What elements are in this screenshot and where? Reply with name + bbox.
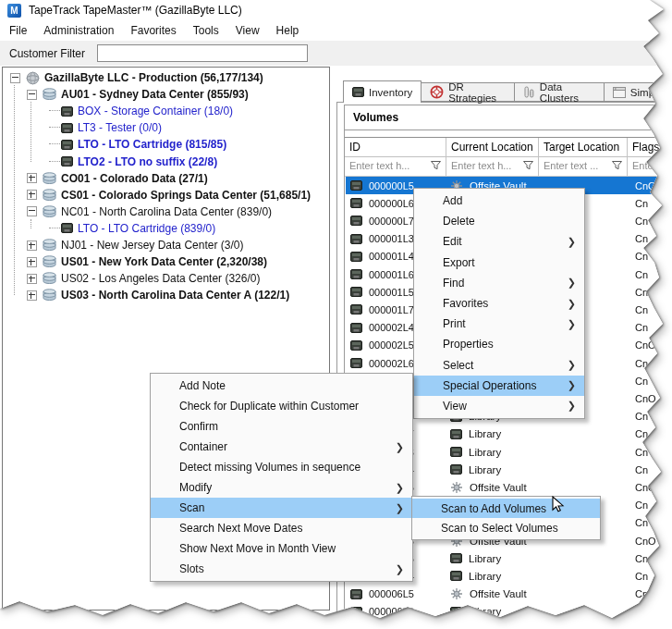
filter-cell-flags[interactable]: Enter text h...	[628, 155, 672, 176]
menubar-item-tools[interactable]: Tools	[185, 24, 227, 37]
menu-item-view[interactable]: View ❯	[414, 396, 584, 416]
volume-location-cell: Library	[446, 552, 539, 564]
menu-item-container[interactable]: Container ❯	[151, 437, 412, 457]
menubar-item-help[interactable]: Help	[268, 24, 308, 37]
menubar-item-administration[interactable]: Administration	[35, 24, 122, 37]
filter-funnel-button[interactable]	[522, 159, 535, 172]
menu-item-special-operations[interactable]: Special Operations ❯	[414, 376, 584, 396]
volume-row[interactable]: 000006L6 Library Cn	[346, 603, 672, 621]
volume-flags: Cn	[628, 233, 648, 244]
menu-item-show-next-move-in-month-view[interactable]: Show Next Move in Month View	[151, 538, 412, 559]
menubar-item-favorites[interactable]: Favorites	[122, 24, 184, 37]
menu-item-scan[interactable]: Scan ❯	[151, 498, 412, 518]
tab-dr-strategies[interactable]: DR Strategies	[421, 82, 515, 102]
filter-funnel-button[interactable]	[611, 159, 624, 172]
menu-item-search-next-move-dates[interactable]: Search Next Move Dates	[151, 518, 412, 538]
filter-cell-current-location[interactable]: Enter text h...	[446, 155, 539, 176]
mouse-cursor-icon	[549, 496, 566, 512]
tree-item-nc01[interactable]: NC01 - North Carolina Data Center (839/0…	[6, 204, 328, 220]
tab-label: Inventory	[369, 87, 412, 98]
tree-item-nj01[interactable]: NJ01 - New Jersey Data Center (3/0)	[6, 237, 328, 253]
volume-flags: Cn	[628, 606, 648, 617]
menubar-item-view[interactable]: View	[227, 24, 268, 37]
tree-item-lt3[interactable]: LT3 - Tester (0/0)	[6, 119, 328, 136]
menu-item-export[interactable]: Export	[414, 253, 584, 273]
tree-expander-plus-icon[interactable]	[27, 274, 37, 284]
menu-item-favorites[interactable]: Favorites ❯	[414, 293, 584, 314]
volume-row[interactable]: 000006L5 Offsite Vault CnO	[346, 586, 672, 603]
tree-item-us02[interactable]: US02 - Los Angeles Data Center (326/0)	[6, 270, 328, 287]
tab-inventory[interactable]: Inventory	[343, 80, 422, 103]
tree-item-us01[interactable]: US01 - New York Data Center (2,320/38)	[6, 253, 328, 270]
menu-item-select[interactable]: Select ❯	[414, 355, 584, 376]
grid-filter-row: Enter text h... Enter text h... Enter te…	[345, 155, 672, 177]
app-window: M TapeTrack TapeMaster™ (GazillaByte LLC…	[0, 0, 672, 629]
menu-item-check-for-duplicate-within-customer[interactable]: Check for Duplicate within Customer	[151, 396, 412, 416]
tape-cartridge-icon	[350, 268, 362, 280]
tree-expander-plus-icon[interactable]	[27, 173, 37, 183]
tree-item-gazillabyte[interactable]: GazillaByte LLC - Production (56,177/134…	[6, 69, 328, 86]
tree-item-lto2[interactable]: LTO2 - LTO no suffix (22/8)	[6, 154, 328, 170]
filter-cell-target-location[interactable]: Enter text ...	[539, 155, 628, 176]
tree-item-label: LTO - LTO Cartridge (839/0)	[78, 222, 215, 235]
menu-item-detect-missing-volumes-in-sequence[interactable]: Detect missing Volumes in sequence	[151, 457, 412, 477]
filter-funnel-button[interactable]	[430, 159, 443, 172]
menu-item-confirm[interactable]: Confirm	[151, 416, 412, 437]
menu-item-label: Add	[443, 194, 462, 207]
column-header-current-location[interactable]: Current Location	[446, 138, 539, 156]
tree-item-au01[interactable]: AU01 - Sydney Data Center (855/93)	[6, 86, 328, 103]
customer-filter-input[interactable]	[97, 44, 308, 62]
menu-item-find[interactable]: Find ❯	[414, 273, 584, 293]
volume-flags: Cn	[628, 571, 648, 582]
menu-item-scan-to-add-volumes[interactable]: Scan to Add Volumes	[412, 499, 600, 518]
column-header-flags[interactable]: Flags	[628, 138, 672, 156]
tree-expander-plus-icon[interactable]	[27, 190, 37, 200]
tree-expander-plus-icon[interactable]	[27, 290, 37, 301]
menu-item-modify[interactable]: Modify ❯	[151, 477, 412, 498]
tree-expander-plus-icon[interactable]	[27, 240, 37, 251]
customer-filter-label: Customer Filter	[9, 47, 85, 60]
menu-item-properties[interactable]: Properties	[414, 334, 584, 354]
menubar-item-file[interactable]: File	[1, 24, 35, 37]
menu-item-add-note[interactable]: Add Note	[151, 376, 412, 396]
tree-item-cs01[interactable]: CS01 - Colorado Springs Data Center (51,…	[6, 187, 328, 204]
tape-cartridge-icon	[350, 303, 362, 315]
volume-id: 000001L6	[369, 269, 414, 280]
tree-expander-minus-icon[interactable]	[27, 90, 37, 100]
column-header-id[interactable]: ID	[345, 138, 446, 156]
menu-item-delete[interactable]: Delete	[414, 211, 584, 231]
menu-item-add[interactable]: Add	[414, 191, 584, 211]
tree-item-box[interactable]: BOX - Storage Container (18/0)	[6, 103, 328, 119]
volume-current-location: Library	[469, 571, 501, 582]
tree-item-label: US03 - North Carolina Data Center A (122…	[61, 289, 289, 302]
volume-location-cell: Library	[446, 606, 539, 618]
tape-cartridge-icon	[61, 155, 73, 167]
tree-item-label: BOX - Storage Container (18/0)	[78, 105, 233, 117]
tab-simple[interactable]: Simple	[604, 82, 672, 102]
tape-cartridge-icon	[350, 286, 362, 298]
volume-flags: CnO	[628, 588, 656, 599]
menu-item-scan-to-select-volumes[interactable]: Scan to Select Volumes	[412, 518, 600, 537]
tree-item-co01[interactable]: CO01 - Colorado Data (27/1)	[6, 170, 328, 187]
offsite-vault-icon	[450, 481, 463, 494]
tape-cartridge-icon	[61, 105, 73, 117]
tree-item-lto[interactable]: LTO - LTO Cartridge (815/85)	[6, 136, 328, 153]
menu-item-print[interactable]: Print ❯	[414, 314, 584, 334]
tree-item-lto[interactable]: LTO - LTO Cartridge (839/0)	[6, 220, 328, 237]
tree-expander-minus-icon[interactable]	[27, 206, 37, 216]
menu-item-edit[interactable]: Edit ❯	[414, 231, 584, 252]
tape-cartridge-icon	[350, 179, 362, 191]
tree-expander-plus-icon[interactable]	[27, 257, 37, 267]
tape-cartridge-icon	[350, 251, 362, 263]
filter-cell-id[interactable]: Enter text h...	[345, 155, 446, 176]
volume-flags: CnO	[628, 180, 656, 191]
volume-current-location: Library	[469, 553, 501, 564]
menu-item-label: Search Next Move Dates	[179, 522, 302, 535]
column-header-target-location[interactable]: Target Location	[539, 138, 628, 156]
tree-item-us03[interactable]: US03 - North Carolina Data Center A (122…	[6, 287, 328, 303]
volume-flags: Cn	[628, 216, 648, 227]
volume-flags: CnO	[628, 287, 656, 298]
tree-expander-minus-icon[interactable]	[10, 73, 20, 83]
menu-item-slots[interactable]: Slots ❯	[151, 559, 412, 579]
tab-data-clusters[interactable]: Data Clusters	[514, 82, 605, 102]
